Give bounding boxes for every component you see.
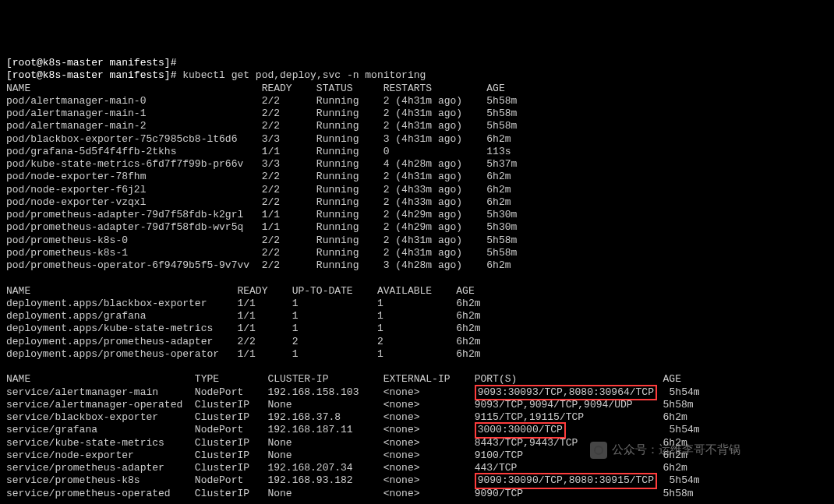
pod-row: pod/prometheus-k8s-1 2/2 Running 2 (4h31…	[6, 247, 517, 259]
svc-row: service/kube-state-metrics ClusterIP Non…	[6, 437, 687, 449]
command-text: kubectl get pod,deploy,svc -n monitoring	[182, 69, 426, 81]
terminal-output[interactable]: [root@k8s-master manifests]# [root@k8s-m…	[6, 57, 828, 500]
svc-row: service/prometheus-adapter ClusterIP 192…	[6, 462, 687, 474]
pod-row: pod/alertmanager-main-1 2/2 Running 2 (4…	[6, 107, 517, 119]
svc-row: service/prometheus-k8s NodePort 192.168.…	[6, 474, 700, 486]
pod-header: NAME READY STATUS RESTARTS AGE	[6, 83, 505, 94]
highlighted-ports: 3000:30000/TCP	[475, 422, 566, 438]
prompt-line: [root@k8s-master manifests]#	[6, 57, 176, 69]
pod-row: pod/prometheus-k8s-0 2/2 Running 2 (4h31…	[6, 234, 517, 246]
pod-row: pod/grafana-5d5f4f4ffb-2tkhs 1/1 Running…	[6, 146, 511, 157]
deploy-header: NAME READY UP-TO-DATE AVAILABLE AGE	[6, 285, 475, 297]
pod-row: pod/kube-state-metrics-6fd7f7f99b-pr66v …	[6, 158, 517, 170]
svc-row: service/grafana NodePort 192.168.187.11 …	[6, 424, 700, 435]
pod-row: pod/prometheus-adapter-79d7f58fdb-wvr5q …	[6, 221, 517, 233]
svc-row: service/alertmanager-main NodePort 192.1…	[6, 386, 700, 398]
deploy-row: deployment.apps/prometheus-adapter 2/2 2…	[6, 336, 481, 347]
pod-row: pod/prometheus-operator-6f9479b5f5-9v7vv…	[6, 259, 511, 271]
highlighted-ports: 9090:30090/TCP,8080:30915/TCP	[475, 473, 657, 488]
svc-row: service/alertmanager-operated ClusterIP …	[6, 399, 694, 411]
highlighted-ports: 9093:30093/TCP,8080:30964/TCP	[475, 385, 657, 400]
deploy-row: deployment.apps/prometheus-operator 1/1 …	[6, 348, 481, 360]
deploy-row: deployment.apps/blackbox-exporter 1/1 1 …	[6, 298, 481, 309]
svc-header: NAME TYPE CLUSTER-IP EXTERNAL-IP PORT(S)…	[6, 373, 681, 385]
pod-row: pod/node-exporter-78fhm 2/2 Running 2 (4…	[6, 171, 511, 182]
prompt-line: [root@k8s-master manifests]#	[6, 69, 176, 81]
deploy-row: deployment.apps/kube-state-metrics 1/1 1…	[6, 322, 481, 334]
pod-row: pod/blackbox-exporter-75c7985cb8-lt6d6 3…	[6, 133, 511, 145]
svc-row: service/prometheus-operated ClusterIP No…	[6, 488, 694, 499]
deploy-row: deployment.apps/grafana 1/1 1 1 6h2m	[6, 310, 481, 322]
svc-row: service/blackbox-exporter ClusterIP 192.…	[6, 411, 687, 423]
pod-row: pod/alertmanager-main-0 2/2 Running 2 (4…	[6, 95, 517, 107]
pod-row: pod/node-exporter-vzqxl 2/2 Running 2 (4…	[6, 196, 511, 208]
pod-row: pod/prometheus-adapter-79d7f58fdb-k2grl …	[6, 209, 517, 220]
svc-row: service/node-exporter ClusterIP None <no…	[6, 449, 687, 461]
pod-row: pod/node-exporter-f6j2l 2/2 Running 2 (4…	[6, 184, 511, 196]
pod-row: pod/alertmanager-main-2 2/2 Running 2 (4…	[6, 120, 517, 132]
